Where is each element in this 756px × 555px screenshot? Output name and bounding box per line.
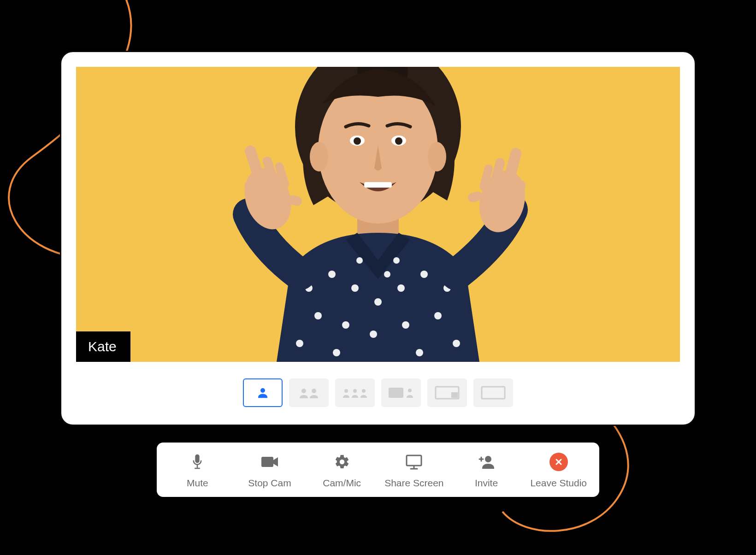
svg-point-45 (344, 389, 348, 393)
svg-point-25 (416, 349, 423, 356)
svg-rect-52 (482, 387, 505, 399)
layout-selector-row (76, 378, 680, 407)
svg-point-46 (353, 389, 357, 393)
stop-cam-button[interactable]: Stop Cam (234, 453, 306, 489)
layout-option-three-up[interactable] (335, 378, 375, 407)
svg-point-9 (395, 137, 402, 145)
three-person-icon (341, 387, 369, 399)
layout-option-screen-full[interactable] (473, 378, 513, 407)
mute-label: Mute (187, 478, 208, 489)
studio-window: Kate (60, 51, 696, 426)
screen-full-icon (479, 384, 508, 401)
microphone-icon (191, 453, 204, 471)
svg-rect-57 (407, 455, 421, 466)
svg-point-19 (342, 321, 349, 329)
stop-cam-label: Stop Cam (248, 478, 291, 489)
svg-rect-10 (364, 182, 392, 188)
camera-icon (260, 453, 279, 471)
svg-point-12 (328, 271, 336, 278)
gear-icon (334, 453, 350, 471)
cam-mic-settings-button[interactable]: Cam/Mic (306, 453, 378, 489)
control-toolbar: Mute Stop Cam Cam/Mic Share Screen (157, 443, 599, 497)
close-icon (549, 453, 568, 471)
svg-point-4 (310, 142, 328, 171)
two-person-icon (297, 386, 320, 399)
leave-studio-label: Leave Studio (530, 478, 587, 489)
svg-point-23 (296, 340, 303, 347)
svg-point-16 (420, 271, 428, 278)
svg-point-42 (260, 388, 265, 393)
svg-point-43 (301, 389, 306, 393)
layout-option-screen-person[interactable] (381, 378, 421, 407)
participant-name-label: Kate (88, 339, 117, 354)
cam-mic-label: Cam/Mic (323, 478, 361, 489)
svg-point-26 (453, 340, 460, 347)
leave-studio-button[interactable]: Leave Studio (522, 453, 595, 489)
svg-point-49 (408, 389, 412, 392)
svg-point-13 (351, 284, 359, 292)
svg-point-15 (397, 284, 405, 292)
svg-point-36 (473, 165, 532, 237)
svg-point-14 (374, 298, 382, 306)
share-screen-button[interactable]: Share Screen (378, 453, 450, 489)
screen-plus-person-icon (387, 385, 415, 401)
screen-corner-icon (433, 384, 461, 401)
svg-point-21 (402, 321, 409, 329)
layout-option-single[interactable] (243, 378, 283, 407)
svg-point-18 (314, 312, 322, 319)
invite-button[interactable]: Invite (450, 453, 523, 489)
layout-option-screen-corner[interactable] (427, 378, 467, 407)
svg-point-24 (333, 349, 340, 356)
svg-point-44 (312, 389, 316, 393)
add-user-icon (477, 453, 496, 471)
svg-point-47 (362, 389, 366, 393)
svg-rect-51 (451, 392, 458, 398)
monitor-icon (405, 453, 423, 471)
svg-point-28 (356, 257, 363, 264)
invite-label: Invite (475, 478, 498, 489)
single-person-icon (256, 386, 270, 400)
svg-point-5 (428, 142, 446, 171)
svg-rect-56 (261, 457, 273, 467)
video-feed: Kate (76, 67, 680, 362)
svg-point-60 (485, 456, 491, 462)
svg-point-20 (370, 331, 377, 338)
layout-option-two-up[interactable] (289, 378, 329, 407)
svg-point-7 (354, 137, 361, 145)
mute-button[interactable]: Mute (161, 453, 234, 489)
share-screen-label: Share Screen (384, 478, 443, 489)
svg-point-29 (393, 257, 400, 264)
svg-rect-48 (389, 388, 403, 398)
svg-rect-53 (195, 455, 200, 463)
svg-point-27 (384, 271, 390, 278)
svg-point-22 (434, 312, 442, 319)
participant-name-badge: Kate (76, 331, 130, 362)
participant-video-figure (171, 67, 585, 362)
